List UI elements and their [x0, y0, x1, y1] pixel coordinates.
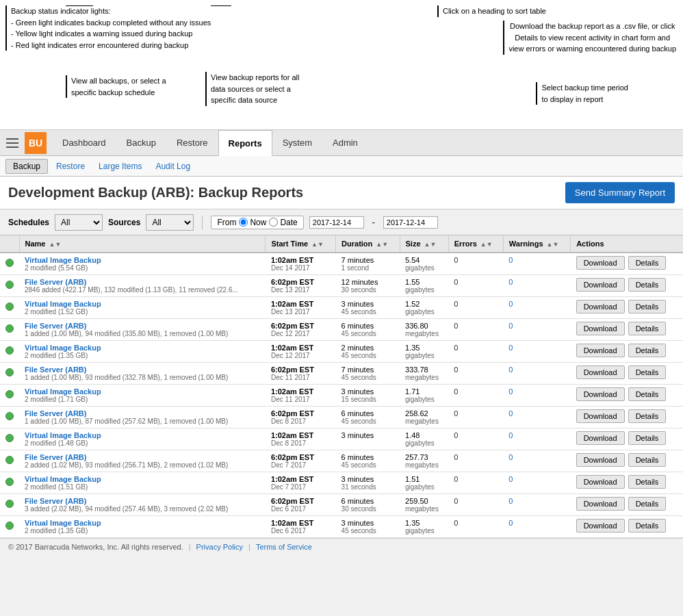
schedules-select[interactable]: All	[55, 214, 103, 231]
now-radio[interactable]	[239, 218, 248, 227]
row-sub-1: 2846 added (422.17 MB), 132 modified (1.…	[25, 286, 260, 294]
duration-sub-11: 30 seconds	[342, 505, 394, 513]
now-radio-label[interactable]: Now	[239, 218, 266, 227]
size-value-11: 259.50	[405, 497, 443, 505]
row-name-5[interactable]: File Server (ARB)	[25, 365, 260, 374]
footer-tos-link[interactable]: Terms of Service	[256, 543, 312, 551]
row-name-7[interactable]: File Server (ARB)	[25, 409, 260, 418]
size-cell-8: 1.48 gigabytes	[400, 428, 448, 450]
download-button-7[interactable]: Download	[576, 409, 625, 423]
th-errors[interactable]: Errors ▲▼	[448, 235, 503, 253]
th-duration[interactable]: Duration ▲▼	[336, 235, 400, 253]
download-button-12[interactable]: Download	[576, 519, 625, 532]
download-button-2[interactable]: Download	[576, 300, 625, 313]
subnav-restore-link[interactable]: Restore	[51, 162, 90, 171]
th-warnings[interactable]: Warnings ▲▼	[503, 235, 570, 253]
row-name-4[interactable]: Virtual Image Backup	[25, 344, 260, 352]
nav-tab-admin[interactable]: Admin	[322, 130, 368, 156]
download-button-11[interactable]: Download	[576, 497, 625, 511]
details-button-1[interactable]: Details	[628, 278, 667, 292]
time-cell-0: 1:02am EST Dec 14 2017	[266, 253, 336, 275]
date-radio-label[interactable]: Date	[269, 218, 297, 227]
details-button-9[interactable]: Details	[628, 453, 667, 467]
row-name-8[interactable]: Virtual Image Backup	[25, 431, 260, 439]
nav-tab-dashboard[interactable]: Dashboard	[52, 130, 116, 156]
now-label: Now	[250, 218, 266, 227]
time-main-7: 6:02pm EST	[271, 409, 331, 418]
errors-cell-2: 0	[448, 297, 503, 319]
date-to-input[interactable]	[383, 216, 438, 229]
size-cell-0: 5.54 gigabytes	[400, 253, 448, 275]
sort-arrow-name: ▲▼	[49, 241, 62, 248]
row-name-11[interactable]: File Server (ARB)	[25, 497, 260, 505]
details-button-6[interactable]: Details	[628, 387, 667, 401]
hamburger-menu[interactable]	[3, 133, 22, 153]
details-button-10[interactable]: Details	[628, 475, 667, 489]
duration-main-7: 6 minutes	[342, 409, 394, 418]
status-indicator-2	[5, 303, 14, 311]
details-button-11[interactable]: Details	[628, 497, 667, 511]
details-button-3[interactable]: Details	[628, 322, 667, 335]
download-button-5[interactable]: Download	[576, 365, 625, 379]
time-sub-0: Dec 14 2017	[271, 264, 331, 272]
download-button-4[interactable]: Download	[576, 344, 625, 357]
duration-cell-8: 3 minutes	[336, 428, 400, 450]
annotation-text-3: View backup reports for alldata sources …	[211, 73, 299, 104]
subnav-backup-button[interactable]: Backup	[5, 159, 48, 174]
row-name-3[interactable]: File Server (ARB)	[25, 322, 260, 330]
details-button-5[interactable]: Details	[628, 365, 667, 379]
annotation-text-4: Click on a heading to sort table	[443, 7, 546, 15]
page-header: Development Backup (ARB): Backup Reports…	[0, 177, 683, 209]
download-button-10[interactable]: Download	[576, 475, 625, 489]
sources-select[interactable]: All	[146, 214, 194, 231]
status-indicator-5	[5, 368, 14, 376]
size-unit-4: gigabytes	[405, 352, 443, 359]
nav-tab-system[interactable]: System	[272, 130, 322, 156]
download-button-3[interactable]: Download	[576, 322, 625, 335]
details-button-7[interactable]: Details	[628, 409, 667, 423]
th-size[interactable]: Size ▲▼	[400, 235, 448, 253]
subnav-largeitems-link[interactable]: Large Items	[93, 162, 147, 171]
details-button-12[interactable]: Details	[628, 519, 667, 532]
row-name-10[interactable]: Virtual Image Backup	[25, 475, 260, 483]
send-summary-report-button[interactable]: Send Summary Report	[565, 182, 675, 203]
download-button-6[interactable]: Download	[576, 387, 625, 401]
row-name-12[interactable]: Virtual Image Backup	[25, 519, 260, 527]
duration-main-1: 12 minutes	[342, 278, 394, 286]
details-button-8[interactable]: Details	[628, 431, 667, 445]
annotation-sort: Click on a heading to sort table	[437, 5, 546, 17]
row-name-9[interactable]: File Server (ARB)	[25, 453, 260, 461]
download-button-1[interactable]: Download	[576, 278, 625, 292]
nav-tab-restore[interactable]: Restore	[166, 130, 218, 156]
nav-tab-backup[interactable]: Backup	[116, 130, 166, 156]
download-button-0[interactable]: Download	[576, 256, 625, 270]
details-button-2[interactable]: Details	[628, 300, 667, 313]
row-name-1[interactable]: File Server (ARB)	[25, 278, 260, 286]
date-from-input[interactable]	[309, 216, 364, 229]
row-name-6[interactable]: Virtual Image Backup	[25, 387, 260, 396]
actions-cell-12: Download Details	[571, 516, 683, 538]
download-button-9[interactable]: Download	[576, 453, 625, 467]
footer: © 2017 Barracuda Networks, Inc. All righ…	[0, 538, 683, 555]
th-status[interactable]	[0, 235, 19, 253]
subnav-auditlog-link[interactable]: Audit Log	[150, 162, 196, 171]
duration-cell-5: 7 minutes 45 seconds	[336, 363, 400, 385]
name-cell-12: Virtual Image Backup 2 modified (1.35 GB…	[19, 516, 266, 538]
details-button-4[interactable]: Details	[628, 344, 667, 357]
row-name-2[interactable]: Virtual Image Backup	[25, 300, 260, 308]
row-name-0[interactable]: Virtual Image Backup	[25, 256, 260, 264]
download-button-8[interactable]: Download	[576, 431, 625, 445]
size-cell-7: 258.62 megabytes	[400, 407, 448, 428]
th-name[interactable]: Name ▲▼	[19, 235, 266, 253]
actions-cell-9: Download Details	[571, 450, 683, 472]
duration-main-3: 6 minutes	[342, 322, 394, 330]
footer-privacy-link[interactable]: Privacy Policy	[196, 543, 243, 551]
nav-tab-reports[interactable]: Reports	[218, 130, 272, 156]
status-cell-9	[0, 450, 19, 472]
size-value-6: 1.71	[405, 387, 443, 396]
date-radio[interactable]	[269, 218, 278, 227]
details-button-0[interactable]: Details	[628, 256, 667, 270]
th-starttime[interactable]: Start Time ▲▼	[266, 235, 336, 253]
time-main-6: 1:02am EST	[271, 387, 331, 396]
time-sub-12: Dec 6 2017	[271, 527, 331, 535]
